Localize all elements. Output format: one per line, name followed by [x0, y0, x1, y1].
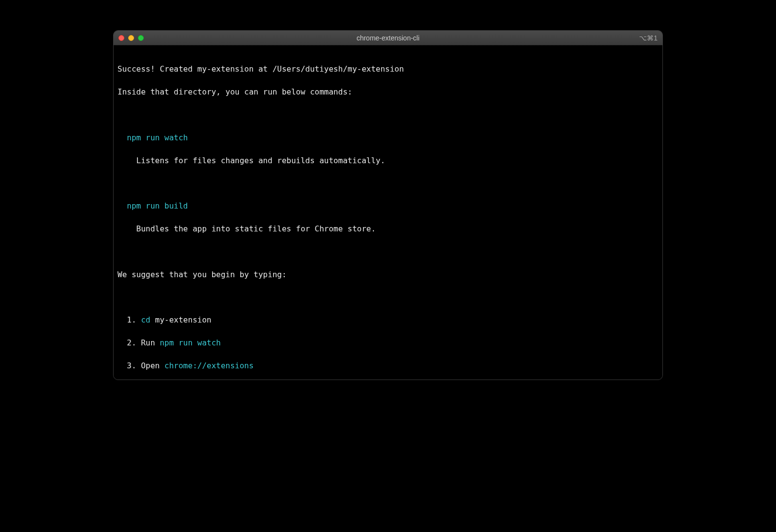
title-bar: chrome-extension-cli ⌥⌘1	[114, 31, 662, 45]
output-line: Bundles the app into static files for Ch…	[117, 223, 659, 234]
output-line: 2. Run npm run watch	[117, 337, 659, 348]
window-title: chrome-extension-cli	[114, 34, 662, 42]
output-line: npm run build	[117, 200, 659, 211]
traffic-lights	[118, 35, 144, 41]
terminal-window: chrome-extension-cli ⌥⌘1 Success! Create…	[113, 30, 663, 380]
output-line	[117, 292, 659, 303]
step-number: 1.	[117, 315, 141, 324]
zoom-icon[interactable]	[138, 35, 144, 41]
output-line	[117, 246, 659, 257]
output-line	[117, 177, 659, 189]
output-line: 3. Open chrome://extensions	[117, 360, 659, 371]
output-line: Listens for files changes and rebuilds a…	[117, 155, 659, 166]
close-icon[interactable]	[118, 35, 124, 41]
highlight: npm run watch	[160, 338, 221, 347]
output-line: npm run watch	[117, 132, 659, 143]
output-line: We suggest that you begin by typing:	[117, 269, 659, 280]
output-line: Inside that directory, you can run below…	[117, 86, 659, 97]
highlight: chrome://extensions	[164, 361, 253, 370]
output-line: 1. cd my-extension	[117, 314, 659, 325]
highlight: cd	[141, 315, 150, 324]
output-line: Success! Created my-extension at /Users/…	[117, 63, 659, 75]
shortcut-indicator: ⌥⌘1	[639, 34, 658, 42]
step-number: 3. Open	[117, 361, 164, 370]
terminal-body[interactable]: Success! Created my-extension at /Users/…	[114, 45, 662, 380]
step-text: my-extension	[150, 315, 211, 324]
minimize-icon[interactable]	[128, 35, 134, 41]
step-number: 2. Run	[117, 338, 160, 347]
output-line	[117, 109, 659, 120]
command-name: npm run build	[117, 201, 188, 210]
command-name: npm run watch	[117, 133, 188, 142]
